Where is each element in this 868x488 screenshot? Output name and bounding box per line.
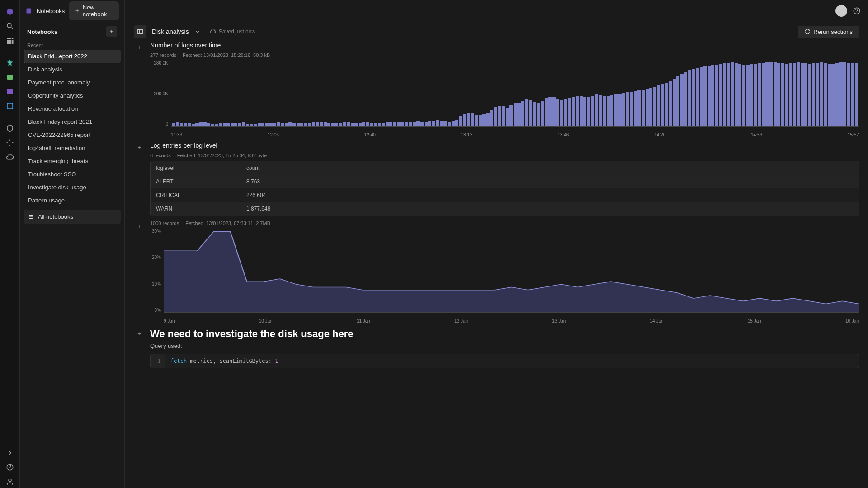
notebook-item[interactable]: log4shell: remediation xyxy=(24,141,121,155)
notebook-item[interactable]: Black Friday report 2021 xyxy=(24,115,121,128)
content: + Number of logs over time 277 records F… xyxy=(125,42,868,488)
pin-1-icon[interactable] xyxy=(4,56,16,69)
notebook-item[interactable]: Black Frid...eport 2022 xyxy=(24,50,121,63)
shield-icon[interactable] xyxy=(4,122,16,135)
add-cell-button[interactable]: + xyxy=(134,142,145,153)
notebook-item[interactable]: Troubleshoot SSO xyxy=(24,168,121,181)
logo-icon[interactable] xyxy=(4,5,16,18)
notebook-list: Black Frid...eport 2022 Disk analysis Pa… xyxy=(20,50,124,207)
rerun-button[interactable]: Rerun sections xyxy=(798,26,859,38)
svg-rect-11 xyxy=(7,75,13,80)
notebook-item[interactable]: Opportunity analytics xyxy=(24,89,121,102)
table-row: WARN 1,877,648 xyxy=(151,202,859,216)
notebook-item[interactable]: Track emerging threats xyxy=(24,155,121,168)
svg-rect-8 xyxy=(7,42,9,44)
avatar[interactable] xyxy=(835,5,847,17)
saved-status: Saved just now xyxy=(210,28,255,35)
markdown-text: Query used: xyxy=(150,343,859,349)
table-header: loglevel count xyxy=(151,161,859,175)
bar-chart: 280.0K 200.0K 0 11:3312:0612:4013:1313:4… xyxy=(150,61,859,137)
code-block[interactable]: 1 fetch metrics, scanLimitGBytes:-1 xyxy=(150,354,859,368)
line-number: 1 xyxy=(151,354,165,368)
help-rail-icon[interactable] xyxy=(4,461,16,474)
notebook-item[interactable]: Disk analysis xyxy=(24,63,121,76)
record-count: 6 records xyxy=(150,153,171,158)
main: Disk analysis Saved just now Rerun secti… xyxy=(125,0,868,488)
table-row: CRITICAL 226,604 xyxy=(151,188,859,202)
code-content: fetch metrics, scanLimitGBytes:-1 xyxy=(165,354,283,368)
add-cell-button[interactable]: + xyxy=(134,328,145,339)
svg-rect-5 xyxy=(7,40,9,42)
col-loglevel: loglevel xyxy=(151,161,241,175)
page-title: Disk analysis xyxy=(152,28,189,35)
add-cell-button[interactable]: + xyxy=(134,221,145,231)
log-level-table: loglevel count ALERT 8,763 CRITICAL 226,… xyxy=(150,161,859,216)
sidebar: Notebooks New notebook Notebooks Recent … xyxy=(20,0,125,488)
automation-icon[interactable] xyxy=(4,136,16,149)
section-logs-over-time: + Number of logs over time 277 records F… xyxy=(150,42,859,137)
add-notebook-button[interactable] xyxy=(106,26,117,37)
new-notebook-button[interactable]: New notebook xyxy=(69,1,119,20)
expand-icon[interactable] xyxy=(4,446,16,459)
svg-rect-7 xyxy=(11,40,13,42)
nav-rail xyxy=(0,0,20,488)
svg-rect-18 xyxy=(140,29,142,33)
record-count: 277 records xyxy=(150,52,176,58)
svg-point-14 xyxy=(9,479,11,482)
svg-point-0 xyxy=(7,9,13,15)
notebook-icon xyxy=(25,7,32,15)
area-chart: 30%20%10%0% 9 Jan10 Jan11 Jan12 Jan13 Ja… xyxy=(150,229,859,324)
fetch-info: Fetched: 13/01/2023, 07:33:11, 2.7MB xyxy=(185,221,270,226)
notebook-item[interactable]: Payment proc. anomaly xyxy=(24,76,121,89)
apps-icon[interactable] xyxy=(4,34,16,47)
help-icon[interactable] xyxy=(853,7,861,15)
svg-rect-2 xyxy=(7,38,9,39)
section-log-levels: + Log entries per log level 6 records Fe… xyxy=(150,142,859,216)
svg-rect-10 xyxy=(11,42,13,44)
refresh-icon xyxy=(804,28,811,35)
header xyxy=(125,0,868,22)
fetch-info: Fetched: 13/01/2023, 15:28:16, 50.3 kB xyxy=(183,52,270,58)
search-icon[interactable] xyxy=(4,20,16,33)
app-title: Notebooks xyxy=(37,8,65,14)
markdown-heading: We need to investigate the disk usage he… xyxy=(150,328,859,340)
table-row: ALERT 8,763 xyxy=(151,175,859,188)
x-axis: 11:3312:0612:4013:1313:4614:2014:5315:57 xyxy=(171,132,859,137)
svg-rect-12 xyxy=(7,103,13,109)
section-area-chart: + 1000 records Fetched: 13/01/2023, 07:3… xyxy=(150,221,859,324)
y-axis: 30%20%10%0% xyxy=(150,229,164,313)
cloud-icon[interactable] xyxy=(4,151,16,164)
outline-toggle[interactable] xyxy=(134,25,146,38)
y-axis: 280.0K 200.0K 0 xyxy=(150,61,171,127)
add-cell-button[interactable]: + xyxy=(134,42,145,52)
notebook-item[interactable]: Revenue allocation xyxy=(24,102,121,115)
section-markdown: + We need to investigate the disk usage … xyxy=(150,328,859,368)
notebook-item[interactable]: Pattern usage xyxy=(24,194,121,207)
notebook-item[interactable]: Investigate disk usage xyxy=(24,181,121,194)
svg-rect-4 xyxy=(11,38,13,39)
svg-rect-6 xyxy=(9,40,11,42)
all-notebooks-button[interactable]: All notebooks xyxy=(24,210,121,224)
svg-point-1 xyxy=(7,23,11,28)
pin-2-icon[interactable] xyxy=(4,71,16,84)
sidebar-header: Notebooks xyxy=(27,28,57,35)
chevron-down-icon[interactable] xyxy=(194,28,201,35)
svg-rect-3 xyxy=(9,38,11,39)
pin-4-icon[interactable] xyxy=(4,100,16,113)
section-title: Number of logs over time xyxy=(150,42,859,49)
col-count: count xyxy=(241,161,859,175)
plus-icon xyxy=(75,8,80,14)
page-bar: Disk analysis Saved just now Rerun secti… xyxy=(125,22,868,42)
pin-3-icon[interactable] xyxy=(4,85,16,98)
list-icon xyxy=(28,214,34,220)
x-axis: 9 Jan10 Jan11 Jan12 Jan13 Jan14 Jan15 Ja… xyxy=(164,319,859,324)
svg-rect-17 xyxy=(138,29,140,33)
user-rail-icon[interactable] xyxy=(4,475,16,488)
svg-rect-15 xyxy=(26,8,31,13)
cloud-icon xyxy=(210,28,216,35)
recent-label: Recent xyxy=(20,41,124,50)
section-title: Log entries per log level xyxy=(150,142,859,149)
svg-rect-9 xyxy=(9,42,11,44)
record-count: 1000 records xyxy=(150,221,179,226)
notebook-item[interactable]: CVE-2022-22965 report xyxy=(24,128,121,141)
